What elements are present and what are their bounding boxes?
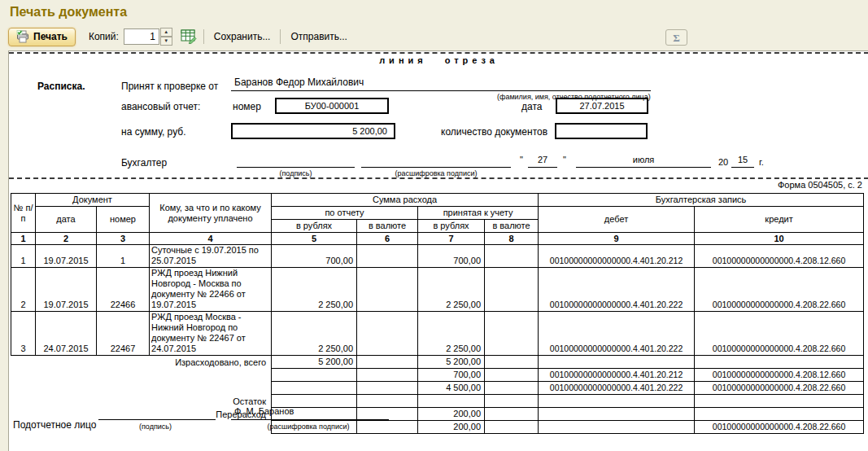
day-field: 27: [528, 152, 557, 168]
col-document-header: Документ: [36, 194, 150, 207]
totals-label: Израсходовано, всего: [11, 356, 272, 369]
accountant-name-line: [361, 152, 511, 168]
col-num-header: № п/п: [11, 194, 36, 233]
col-payee-header: Кому, за что и по какому документу уплач…: [150, 194, 272, 233]
totals-label: [11, 369, 272, 382]
document-preview: линия отреза Расписка. Принят к проверке…: [8, 50, 868, 451]
person-name-signature: Ф. М. Баранов: [231, 406, 389, 420]
copies-stepper: 1 ▲ ▼: [124, 28, 172, 46]
table-settings-button[interactable]: [178, 28, 199, 46]
amount-label: на сумму, руб.: [121, 126, 185, 138]
col-credit-header: кредит: [695, 207, 864, 233]
cell-report-cur: [357, 312, 418, 356]
toolbar-separator: [203, 29, 204, 44]
signature-caption: (подпись): [98, 423, 212, 431]
cell-desc: РЖД проезд Нижний Новгород - Москва по д…: [150, 268, 272, 312]
copies-label: Копий:: [89, 31, 119, 42]
table-edit-icon: [181, 28, 197, 44]
toolbar-separator: [280, 29, 281, 44]
cell-credit: 00100000000000000.4.208.12.660: [695, 245, 864, 268]
table-row: 3 24.07.2015 22467 РЖД проезд Москва - Н…: [11, 312, 864, 356]
cell-date: 19.07.2015: [36, 268, 97, 312]
year-century: 20: [718, 157, 728, 167]
signature-decode-caption: (расшифровка подписи): [361, 169, 511, 177]
cut-line-label: линия отреза: [9, 55, 868, 65]
cell-report-cur: [357, 245, 418, 268]
cell-desc: Суточные с 19.07.2015 по 25.07.2015: [150, 245, 272, 268]
cell-accepted-rub: 200,00: [418, 408, 485, 421]
number-label: номер: [233, 101, 261, 112]
cell-debit: 00100000000000000.4.401.20.212: [539, 245, 695, 268]
cell-accepted-rub: 200,00: [418, 421, 485, 434]
quote-open: ": [520, 155, 523, 164]
month-field: июля: [576, 152, 711, 168]
cell-credit: 00100000000000000.4.208.22.660: [695, 312, 864, 356]
documents-count-field: [555, 123, 648, 139]
print-button-label: Печать: [33, 31, 68, 42]
report-date-field: 27.07.2015: [556, 98, 648, 114]
cell-report-rub: [272, 369, 357, 382]
cell-accepted-cur: [485, 395, 539, 408]
cell-report-cur: [357, 382, 418, 395]
accountant-label: Бухгалтер: [121, 157, 167, 169]
cell-accepted-cur: [485, 408, 539, 421]
cell-accepted-rub: 700,00: [418, 369, 485, 382]
cell-report-cur: [357, 356, 418, 369]
person-signature-line: [98, 406, 216, 420]
spin-down-icon[interactable]: ▼: [160, 37, 172, 46]
amount-field: 5 200,00: [231, 123, 395, 139]
cell-accepted-cur: [485, 312, 539, 356]
cell-report-rub: 700,00: [272, 245, 357, 268]
cell-docnum: 1: [97, 245, 150, 268]
cell-num: 1: [11, 245, 36, 268]
send-button[interactable]: Отправить...: [285, 29, 353, 44]
cell-date: 19.07.2015: [36, 245, 97, 268]
cell-accepted-cur: [485, 369, 539, 382]
sum-button[interactable]: Σ: [665, 29, 687, 46]
cell-report-rub: [272, 382, 357, 395]
cell-debit: [539, 356, 695, 369]
expense-table: № п/п Документ Кому, за что и по какому …: [11, 193, 864, 434]
cell-credit: 00100000000000000.4.208.22.660: [695, 268, 864, 312]
cell-report-rub: 2 250,00: [272, 268, 357, 312]
year-field: 15: [731, 152, 754, 168]
spin-up-icon[interactable]: ▲: [160, 28, 172, 37]
copies-input[interactable]: 1: [124, 28, 159, 45]
col-date-header: дата: [36, 207, 97, 233]
cell-accepted-rub: 4 500,00: [418, 382, 485, 395]
cell-accepted-rub: 2 250,00: [418, 268, 485, 312]
col-debit-header: дебет: [539, 207, 695, 233]
col-entry-header: Бухгалтерская запись: [539, 194, 864, 207]
cell-accepted-cur: [485, 356, 539, 369]
report-number-field: БУ00-000001: [275, 98, 389, 114]
cell-num: 3: [11, 312, 36, 356]
cell-credit: 00100000000000000.4.208.22.660: [695, 382, 864, 395]
cell-accepted-cur: [485, 268, 539, 312]
cell-debit: [539, 395, 695, 408]
save-button[interactable]: Сохранить...: [208, 29, 277, 44]
accepted-from-label: Принят к проверке от: [121, 81, 218, 92]
cell-credit: [695, 408, 864, 421]
totals-label: [11, 382, 272, 395]
print-button[interactable]: Печать: [8, 28, 76, 46]
cell-credit: [695, 356, 864, 369]
header-row: дата номер по отчету принятая к учету де…: [11, 207, 864, 220]
cell-debit: 00100000000000000.4.401.20.222: [539, 268, 695, 312]
signature-decode-caption: (расшифровка подписи): [231, 423, 386, 431]
accountable-person-label: Подотчетное лицо: [13, 419, 96, 431]
cell-accepted-cur: [485, 245, 539, 268]
cell-docnum: 22466: [97, 268, 150, 312]
cell-accepted-cur: [485, 421, 539, 434]
col-expense-header: Сумма расхода: [272, 194, 539, 207]
cell-date: 24.07.2015: [36, 312, 97, 356]
table-row: 1 19.07.2015 1 Суточные с 19.07.2015 по …: [11, 245, 864, 268]
totals-row: Израсходовано, всего 5 200,00 5 200,00: [11, 356, 864, 369]
cell-accepted-rub: 5 200,00: [418, 356, 485, 369]
page-title: Печать документа: [10, 5, 127, 20]
cell-report-rub: 2 250,00: [272, 312, 357, 356]
cell-accepted-cur: [485, 382, 539, 395]
cut-dashed-line: [9, 52, 868, 54]
receipt-title: Расписка.: [37, 81, 85, 92]
section-dashed-line: [9, 177, 868, 179]
advance-report-label: авансовый отчет:: [121, 101, 200, 112]
